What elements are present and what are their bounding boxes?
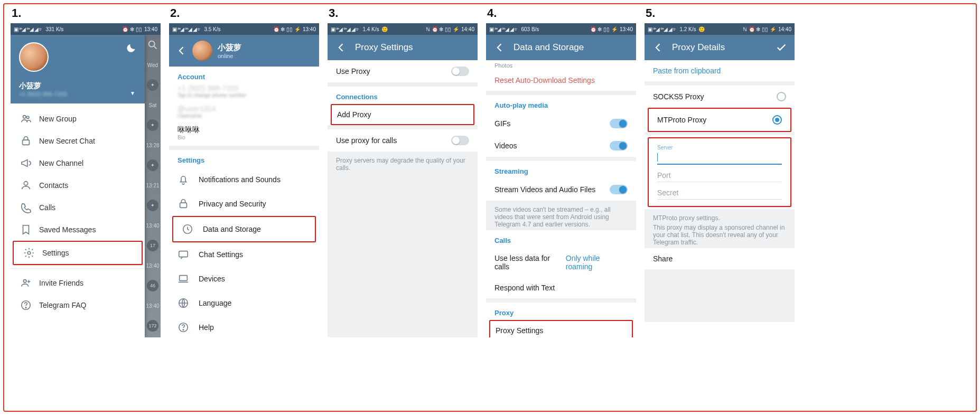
group-icon (20, 113, 32, 125)
svg-point-7 (23, 280, 26, 283)
stream-row[interactable]: Stream Videos and Audio Files (486, 178, 636, 201)
port-input[interactable]: Port (657, 169, 782, 182)
profile-status: online (218, 53, 301, 59)
photos-row-fragment[interactable]: Photos (486, 60, 636, 70)
mtproto-radio[interactable] (772, 115, 782, 125)
share-row[interactable]: Share (645, 248, 795, 269)
night-mode-icon[interactable] (126, 43, 136, 54)
phone-number-value[interactable]: +1 (502) 966-7333 (178, 84, 311, 92)
svg-point-6 (27, 251, 31, 254)
back-icon[interactable] (335, 41, 348, 54)
use-proxy-toggle[interactable] (451, 67, 469, 76)
separator (328, 125, 478, 129)
proxy-header: Proxy (486, 303, 636, 320)
settings-row-notifications[interactable]: Notifications and Sounds (169, 167, 319, 192)
server-input[interactable] (657, 150, 782, 165)
separator (645, 132, 795, 135)
respond-text-row[interactable]: Respond with Text (486, 277, 636, 298)
divider (11, 268, 145, 269)
drawer-header: 小菠萝 +1 (502) 966-7333 ▼ (11, 35, 145, 103)
screen-1-drawer: ▣ ᵃⁿ◢ ᵃⁿ◢ ◢ ᯤ 331 K/s ⏰ ✻ ▯▯13:40 Wed ✦ … (11, 23, 161, 337)
globe-icon (178, 297, 189, 309)
check-icon[interactable] (776, 42, 787, 53)
settings-section-header: Settings (169, 150, 319, 167)
videos-row[interactable]: Videos (486, 135, 636, 157)
drawer-item-label: Invite Friends (39, 279, 83, 287)
use-proxy-calls-toggle[interactable] (451, 136, 469, 145)
proxy-settings-row[interactable]: Proxy Settings (489, 320, 633, 337)
mtproto-hint: MTProto proxy settings. This proxy may d… (645, 209, 795, 248)
socks5-row[interactable]: SOCKS5 Proxy (645, 86, 795, 108)
gifs-toggle[interactable] (610, 119, 628, 128)
back-icon[interactable] (493, 41, 506, 54)
add-user-icon (20, 277, 32, 289)
drawer-item-saved-messages[interactable]: Saved Messages (11, 219, 145, 241)
svg-rect-17 (179, 251, 188, 257)
gifs-row[interactable]: GIFs (486, 112, 636, 135)
drawer-item-new-secret-chat[interactable]: New Secret Chat (11, 130, 145, 152)
use-less-data-label: Use less data for calls (494, 254, 566, 271)
back-icon[interactable] (652, 41, 665, 54)
videos-toggle[interactable] (610, 141, 628, 150)
settings-row-chat[interactable]: Chat Settings (169, 242, 319, 267)
app-header: Data and Storage (486, 35, 636, 60)
proxy-fields-box: Server Port Secret (648, 137, 791, 207)
paste-clipboard-row[interactable]: Paste from clipboard (645, 60, 795, 81)
separator (486, 298, 636, 303)
username-label: Username (178, 113, 311, 119)
settings-row-help[interactable]: Help (169, 315, 319, 337)
drawer-item-new-group[interactable]: New Group (11, 108, 145, 130)
reset-auto-download-row[interactable]: Reset Auto-Download Settings (486, 70, 636, 91)
lock-icon (20, 135, 32, 147)
svg-point-5 (24, 182, 27, 185)
drawer-item-faq[interactable]: Telegram FAQ (11, 294, 145, 316)
drawer-item-label: Contacts (39, 181, 68, 190)
back-icon[interactable] (176, 45, 187, 56)
use-proxy-row[interactable]: Use Proxy (328, 60, 478, 82)
username-value[interactable]: @user1314 (178, 105, 311, 113)
avatar[interactable] (19, 42, 49, 72)
socks5-radio[interactable] (777, 92, 786, 101)
separator (486, 157, 636, 161)
settings-row-data-storage[interactable]: Data and Storage (172, 216, 316, 242)
use-proxy-calls-label: Use proxy for calls (336, 136, 397, 145)
settings-row-label: Data and Storage (203, 225, 261, 233)
stream-toggle[interactable] (610, 185, 628, 194)
settings-row-label: Language (199, 299, 231, 307)
page-title: Proxy Settings (355, 42, 470, 53)
separator (328, 82, 478, 87)
chevron-down-icon[interactable]: ▼ (130, 90, 135, 96)
settings-row-privacy[interactable]: Privacy and Security (169, 192, 319, 216)
avatar[interactable] (192, 41, 212, 61)
secret-input[interactable]: Secret (657, 186, 782, 200)
profile-name: 小菠萝 (218, 43, 301, 53)
settings-row-label: Help (199, 323, 214, 332)
drawer-item-contacts[interactable]: Contacts (11, 174, 145, 196)
data-icon (182, 223, 193, 235)
bell-icon (178, 174, 189, 185)
screen-2-settings: ▣ ᵃⁿ◢ ᵃⁿ◢ ◢ ᯤ 3.5 K/s ⏰ ✻ ▯▯ ⚡13:40 小菠萝 … (169, 23, 319, 337)
mtproto-row[interactable]: MTProto Proxy (648, 108, 791, 132)
settings-row-devices[interactable]: Devices (169, 267, 319, 291)
mtproto-hint-title: MTProto proxy settings. (653, 214, 786, 222)
use-less-data-row[interactable]: Use less data for calls Only while roami… (486, 248, 636, 277)
drawer-item-settings[interactable]: Settings (13, 241, 143, 265)
drawer-menu: New Group New Secret Chat New Channel Co… (11, 103, 145, 320)
search-icon[interactable] (147, 39, 158, 51)
drawer-item-calls[interactable]: Calls (11, 196, 145, 219)
mtproto-hint-body: This proxy may display a sponsored chann… (653, 224, 786, 246)
drawer-item-invite-friends[interactable]: Invite Friends (11, 272, 145, 294)
bio-value[interactable]: 咻咻咻 (178, 125, 311, 135)
drawer-item-new-channel[interactable]: New Channel (11, 152, 145, 174)
proxy-settings-label: Proxy Settings (496, 326, 543, 335)
bookmark-icon (20, 224, 32, 235)
svg-point-21 (183, 329, 183, 330)
settings-row-language[interactable]: Language (169, 291, 319, 315)
drawer-item-label: New Channel (39, 159, 83, 167)
phone-icon (20, 202, 32, 213)
page-title: Proxy Details (672, 42, 776, 53)
reset-auto-download-label: Reset Auto-Download Settings (494, 76, 595, 84)
respond-text-label: Respond with Text (494, 284, 555, 292)
use-proxy-calls-row[interactable]: Use proxy for calls (328, 129, 478, 152)
add-proxy-row[interactable]: Add Proxy (331, 104, 474, 125)
